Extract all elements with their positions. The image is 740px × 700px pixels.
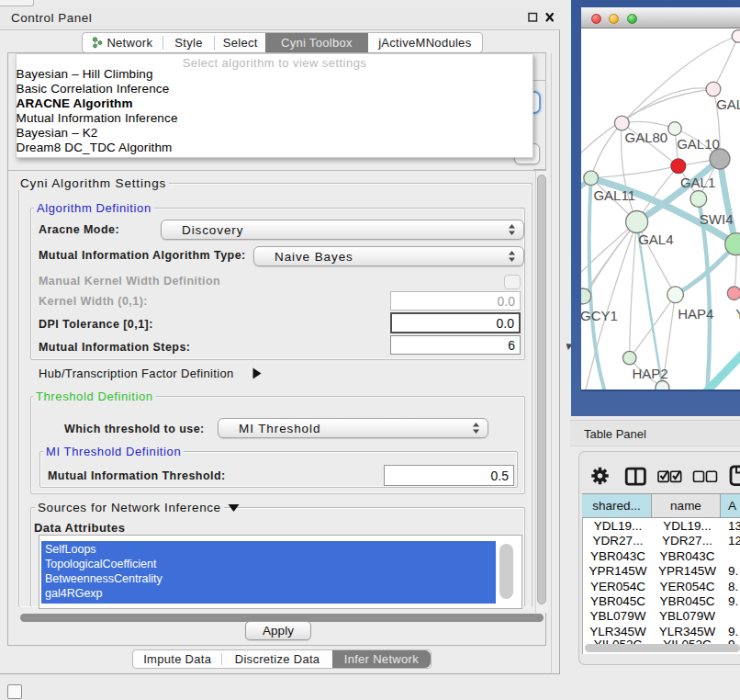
svg-text:GAL2: GAL2 [716, 96, 740, 112]
svg-text:GAL11: GAL11 [593, 187, 635, 203]
svg-text:Y: Y [735, 306, 740, 322]
svg-text:GAL80: GAL80 [625, 130, 668, 145]
svg-text:HAP4: HAP4 [678, 306, 713, 322]
svg-text:GAL4: GAL4 [638, 231, 673, 247]
svg-text:HAP2: HAP2 [632, 366, 667, 381]
svg-text:GAL10: GAL10 [677, 136, 720, 152]
svg-text:GCY1: GCY1 [581, 308, 618, 323]
svg-text:SWI4: SWI4 [700, 211, 734, 227]
svg-text:GAL1: GAL1 [680, 175, 715, 190]
